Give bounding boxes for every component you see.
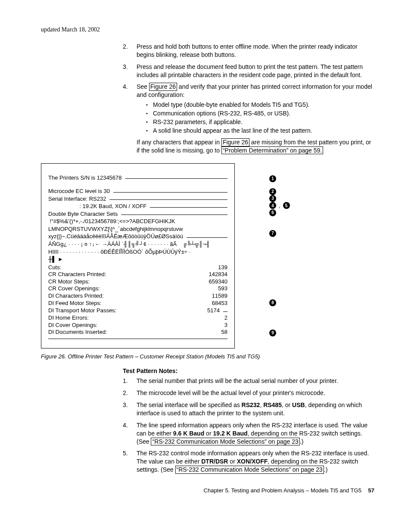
text: If any characters that appear in <box>137 139 221 146</box>
stat-label: DI Feed Motor Steps: <box>48 300 102 307</box>
stat-value: 5174 <box>116 307 220 314</box>
text: , <box>260 401 263 408</box>
bold: 19.2 K Baud <box>213 430 247 437</box>
callout-7-icon: 7 <box>269 230 276 237</box>
callout-8-icon: 8 <box>269 299 276 306</box>
fig-line: ÁÑGg¿ · · · · ¡ ¤ ↑↓← →ÀÁÀÌ ˙╢║╗╝┘¢ · · … <box>48 240 227 248</box>
stats-block: Cuts:139 CR Characters Printed:142834 CR… <box>48 264 227 336</box>
bold: USB <box>292 401 305 408</box>
callout-3-icon: 3 <box>269 195 276 202</box>
figure-xref[interactable]: Figure 26 <box>149 83 177 91</box>
callout-2-icon: 2 <box>269 188 276 195</box>
step-4-followup: If any characters that appear in Figure … <box>137 138 374 155</box>
note-2: 2. The microcode level will be the actua… <box>123 389 374 397</box>
bold: XON/XOFF <box>237 458 268 465</box>
step-text-lead: See <box>137 83 149 90</box>
fig-line: HIIII · · · · · · · · · · · · · õĐÉÊËÍÎÏ… <box>48 248 227 256</box>
callout-5-icon: 5 <box>283 202 290 209</box>
stat-value: 593 <box>218 285 227 292</box>
callout-9-icon: 9 <box>269 330 276 336</box>
fig-line: Serial Interface: RS232 <box>48 195 106 203</box>
step-4: 4. See Figure 26 and verify that your pr… <box>123 83 374 154</box>
text: , or <box>282 401 292 408</box>
stat-label: CR Cover Openings: <box>48 285 100 292</box>
step-number: 3. <box>123 63 128 71</box>
step-number: 2. <box>123 43 128 51</box>
step-number: 4. <box>123 83 128 91</box>
fig-line: : 19.2K Baud, XON / XOFF <box>48 202 146 210</box>
footer-text: Chapter 5. Testing and Problem Analysis … <box>204 487 361 494</box>
stat-label: CR Characters Printed: <box>48 271 106 278</box>
bold: RS232 <box>242 401 260 408</box>
stat-value: 3 <box>224 322 227 329</box>
stat-label: DI Home Errors: <box>48 314 89 322</box>
fig-line: LMNOPQRSTUVWXYZ[\]^_`abcdefghijklmnopqrs… <box>48 225 227 233</box>
stat-value: 139 <box>218 264 227 271</box>
note-3: 3. The serial interface will be specifie… <box>123 401 374 417</box>
page-xref[interactable]: “Problem Determination” on page 59. <box>221 146 323 155</box>
fig-line: ╫▌ ► <box>48 255 227 263</box>
text: or <box>228 458 237 465</box>
text: The serial interface will be specified a… <box>137 401 242 408</box>
step-list: 2. Press and hold both buttons to enter … <box>123 43 374 155</box>
stat-value: 142834 <box>209 271 227 278</box>
stat-label: CR Motor Steps: <box>48 278 90 286</box>
stat-label: DI Documents Inserted: <box>48 329 107 336</box>
note-number: 1. <box>123 377 128 385</box>
page-footer: Chapter 5. Testing and Problem Analysis … <box>41 487 374 495</box>
figure-xref[interactable]: Figure 26 <box>221 138 249 146</box>
text: .) <box>324 466 328 473</box>
bullet: A solid line should appear as the last l… <box>146 127 374 135</box>
stat-label: DI Cover Openings: <box>48 322 97 329</box>
notes-heading: Test Pattern Notes: <box>123 367 374 375</box>
step-4-bullets: Model type (double-byte enabled for Mode… <box>146 101 374 135</box>
step-text: Press and hold both buttons to enter off… <box>137 43 358 58</box>
page-xref[interactable]: “RS-232 Communication Mode Selections” o… <box>175 466 324 474</box>
bold: RS485 <box>263 401 282 408</box>
stat-value: 58 <box>221 329 227 336</box>
figure-26-wrap: The Printers S/N is 12345678 Microcode E… <box>41 163 374 348</box>
step-text: Press and release the document feed butt… <box>137 63 363 78</box>
figure-26: The Printers S/N is 12345678 Microcode E… <box>41 163 235 348</box>
stat-value: 2 <box>224 314 227 322</box>
stat-label: DI Characters Printed: <box>48 292 104 300</box>
bold: 9.6 K Baud <box>173 430 204 437</box>
note-number: 5. <box>123 449 128 457</box>
solid-line <box>48 339 227 339</box>
stat-label: Cuts: <box>48 264 61 271</box>
bullet: Model type (double-byte enabled for Mode… <box>146 101 374 109</box>
step-3: 3. Press and release the document feed b… <box>123 63 374 79</box>
fig-line: Microcode EC level is 30 <box>48 187 110 195</box>
fig-line: xyz{|}~.CüéâäàåcêëèïîìÄÅÉæÆôöòûùÿÖÜø£ØSs… <box>48 233 183 240</box>
bold: DTR/DSR <box>201 458 228 465</box>
page-xref[interactable]: “RS-232 Communication Mode Selections” o… <box>151 438 299 446</box>
update-date: updated March 18, 2002 <box>41 26 374 34</box>
notes-list: 1. The serial number that prints will be… <box>123 377 374 474</box>
page-number: 57 <box>368 487 374 494</box>
note-number: 4. <box>123 421 128 429</box>
callout-sep: , <box>279 202 280 210</box>
note-text: The serial number that prints will be th… <box>137 377 338 384</box>
note-number: 2. <box>123 389 128 397</box>
callout-4-icon: 4 <box>269 202 276 209</box>
fig-line: !"#$%&'()*+,-./0123456789:;<=>?ABCDEFGHI… <box>48 218 227 225</box>
text: or <box>204 430 213 437</box>
note-text: The microcode level will be the actual l… <box>137 389 325 396</box>
note-5: 5. The RS-232 control mode information a… <box>123 449 374 474</box>
callout-1-icon: 1 <box>269 175 276 182</box>
fig-line: The Printers S/N is 12345678 <box>48 174 122 182</box>
bullet: Communication options (RS-232, RS-485, o… <box>146 109 374 118</box>
fig-line: Double Byte Character Sets <box>48 210 118 218</box>
callout-6-icon: 6 <box>269 209 276 216</box>
stat-value: 68453 <box>212 300 227 307</box>
figure-caption: Figure 26. Offline Printer Test Pattern … <box>41 353 374 361</box>
note-4: 4. The line speed information appears on… <box>123 421 374 446</box>
note-number: 3. <box>123 401 128 409</box>
callouts: 1 2 3 4,5 6 7 8 9 <box>269 163 290 337</box>
bullet: RS-232 parameters, if applicable. <box>146 118 374 126</box>
text: .) <box>300 438 304 445</box>
step-2: 2. Press and hold both buttons to enter … <box>123 43 374 59</box>
stat-value: 659340 <box>209 278 227 286</box>
note-1: 1. The serial number that prints will be… <box>123 377 374 385</box>
stat-label: DI Transport Motor Passes: <box>48 307 116 314</box>
